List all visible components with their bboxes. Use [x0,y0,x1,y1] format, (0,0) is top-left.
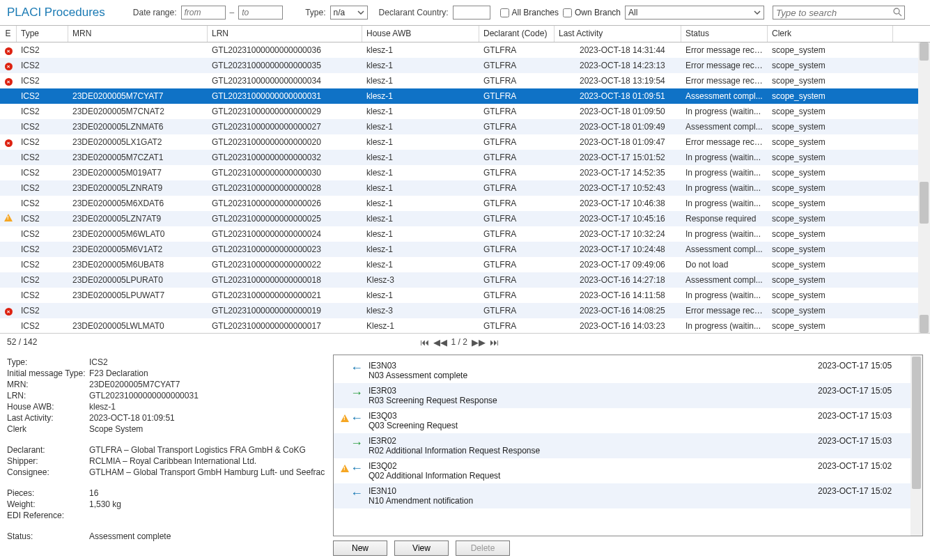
scroll-thumb[interactable] [920,182,929,224]
new-button[interactable]: New [333,540,387,556]
branch-select[interactable]: All [625,6,764,20]
pager-last-icon[interactable]: ⏭ [490,337,499,348]
cell-lrn: GTL20231000000000000024 [208,228,362,240]
table-row[interactable]: ICS223DE0200005LZN7AT9GTL202310000000000… [0,211,930,226]
record-count: 52 / 142 [7,337,37,347]
message-row[interactable]: ←IE3N03N03 Assessment complete2023-OCT-1… [334,358,922,383]
detail-lrn-label: LRN: [7,391,89,400]
detail-pieces-value: 16 [89,488,98,498]
search-input[interactable] [773,6,905,20]
cell-status: In progress (waitin... [681,105,768,118]
type-select[interactable]: n/a [330,6,368,20]
message-row[interactable]: ←IE3Q03Q03 Screening Request2023-OCT-17 … [334,408,922,433]
table-row[interactable]: ICS223DE0200005LPUWAT7GTL202310000000000… [0,288,930,303]
scroll-thumb-top[interactable] [920,42,929,61]
table-row[interactable]: ICS223DE0200005LZNRAT9GTL202310000000000… [0,180,930,196]
detail-edi-label: EDI Reference: [7,511,89,520]
pager-next-icon[interactable]: ▶▶ [472,337,486,348]
cell-mrn: 23DE0200005M6UBAT8 [68,258,208,271]
cell-lrn: GTL20231000000000000017 [208,320,362,332]
cell-type: ICS2 [17,75,68,87]
cell-lrn: GTL20231000000000000025 [208,212,362,225]
table-row[interactable]: ×ICS2GTL20231000000000000034klesz-1GTLFR… [0,73,930,88]
table-row[interactable]: ×ICS223DE0200005LX1GAT2GTL20231000000000… [0,134,930,150]
cell-hawb: klesz-1 [362,44,479,56]
cell-declarant: GTLFRA [479,258,555,271]
scroll-thumb-bottom[interactable] [920,315,929,333]
cell-e [0,95,17,98]
table-row[interactable]: ICS223DE0200005M6V1AT2GTL202310000000000… [0,242,930,257]
table-row[interactable]: ICS223DE0200005M7CNAT2GTL202310000000000… [0,104,930,119]
message-row[interactable]: →IE3R02R02 Additional Information Reques… [334,433,922,458]
detail-clerk-label: Clerk [7,424,89,434]
table-row[interactable]: ICS223DE0200005M7CYAT7GTL202310000000000… [0,88,930,104]
table-row[interactable]: ICS223DE0200005LZNMAT6GTL202310000000000… [0,119,930,134]
col-type[interactable]: Type [17,26,68,42]
messages-scroll-thumb[interactable] [912,357,921,489]
col-clerk[interactable]: Clerk [768,26,893,42]
cell-e: × [0,75,17,88]
message-row[interactable]: ←IE3Q02Q02 Additional Information Reques… [334,458,922,483]
cell-hawb: klesz-1 [362,182,479,194]
date-from-input[interactable] [181,6,226,20]
cell-type: ICS2 [17,304,68,317]
col-e[interactable]: E [0,26,17,42]
col-hawb[interactable]: House AWB [362,26,479,42]
details-panel: Type:ICS2 Initial message Type:F23 Decla… [7,355,327,556]
message-text: IE3R03R03 Screening Request Response [369,386,812,405]
cell-status: Assessment compl... [681,243,768,256]
own-branch-checkbox-input[interactable] [563,8,572,17]
declarant-country-input[interactable] [453,6,490,20]
chevron-down-icon [357,9,364,16]
cell-e [0,202,17,205]
table-row[interactable]: ×ICS2GTL20231000000000000035klesz-1GTLFR… [0,58,930,73]
message-date: 2023-OCT-17 15:05 [818,386,915,396]
message-row[interactable]: ←IE3N10N10 Amendment notification2023-OC… [334,483,922,508]
table-row[interactable]: ICS223DE0200005M6UBAT8GTL202310000000000… [0,257,930,272]
table-row[interactable]: ICS223DE0200005M019AT7GTL202310000000000… [0,165,930,180]
cell-e [0,187,17,189]
col-lrn[interactable]: LRN [208,26,362,42]
error-icon: × [5,139,13,147]
col-status[interactable]: Status [681,26,768,42]
warning-icon [341,414,349,422]
all-branches-checkbox-input[interactable] [500,8,509,17]
table-row[interactable]: ICS223DE0200005LWLMAT0GTL202310000000000… [0,318,930,334]
cell-status: Error message recei... [681,59,768,72]
cell-hawb: klesz-1 [362,136,479,148]
cell-activity: 2023-OCT-18 13:19:54 [555,75,681,87]
table-row[interactable]: ICS223DE0200005M7CZAT1GTL202310000000000… [0,150,930,165]
message-row[interactable]: →IE3R03R03 Screening Request Response202… [334,383,922,408]
all-branches-checkbox[interactable]: All Branches [500,8,559,17]
cell-declarant: GTLFRA [479,304,555,317]
table-row[interactable]: ×ICS2GTL20231000000000000036klesz-1GTLFR… [0,42,930,58]
col-decl[interactable]: Declarant (Code) [479,26,555,42]
pager-first-icon[interactable]: ⏮ [420,337,429,348]
messages-scrollbar[interactable] [910,355,922,536]
cell-lrn: GTL20231000000000000032 [208,151,362,164]
cell-e: × [0,44,17,57]
cell-type: ICS2 [17,151,68,164]
table-row[interactable]: ICS223DE0200005LPURAT0GTL202310000000000… [0,272,930,288]
message-text: IE3R02R02 Additional Information Request… [369,436,812,456]
pager-prev-icon[interactable]: ◀◀ [433,337,447,348]
cell-status: In progress (waitin... [681,182,768,194]
cell-activity: 2023-OCT-16 14:08:25 [555,304,681,317]
table-row[interactable]: ICS223DE0200005M6XDAT6GTL202310000000000… [0,196,930,211]
date-to-input[interactable] [238,6,283,20]
table-row[interactable]: ×ICS2GTL20231000000000000019klesz-3GTLFR… [0,303,930,318]
cell-status: Assessment compl... [681,120,768,133]
cell-declarant: GTLFRA [479,151,555,164]
table-row[interactable]: ICS223DE0200005M6WLAT0GTL202310000000000… [0,226,930,242]
declarant-country-label: Declarant Country: [379,8,449,17]
view-button[interactable]: View [394,540,449,556]
own-branch-checkbox[interactable]: Own Branch [563,8,621,17]
cell-type: ICS2 [17,90,68,102]
col-mrn[interactable]: MRN [68,26,208,42]
table-scrollbar[interactable] [918,42,930,333]
message-text: IE3N10N10 Amendment notification [369,486,812,506]
delete-button[interactable]: Delete [456,540,510,556]
col-activity[interactable]: Last Activity [555,26,681,42]
arrow-left-icon: ← [350,411,363,426]
cell-mrn: 23DE0200005M6XDAT6 [68,197,208,210]
